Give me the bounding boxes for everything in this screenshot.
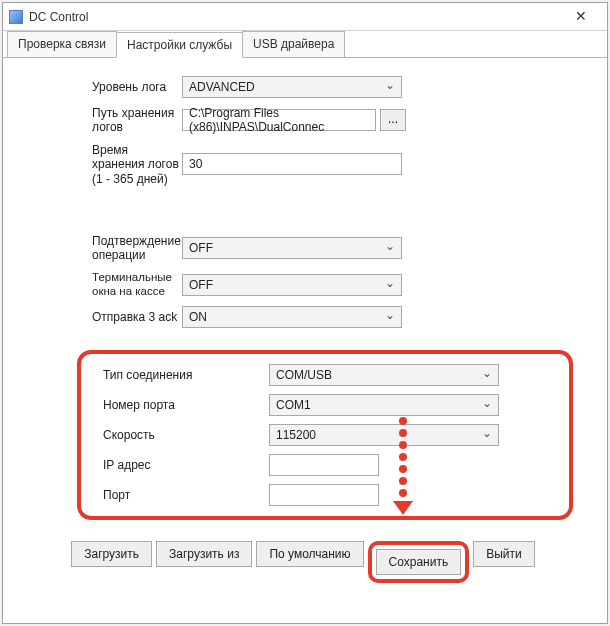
highlight-box: Тип соединения COM/USB Номер порта COM1 … — [77, 350, 573, 520]
term-windows-label: Терминальные окна на кассе — [17, 271, 182, 299]
log-days-label: Время хранения логов (1 - 365 дней) — [17, 143, 182, 186]
conn-type-select[interactable]: COM/USB — [269, 364, 499, 386]
send-3ack-select[interactable]: ON — [182, 306, 402, 328]
tab-bar: Проверка связи Настройки службы USB драй… — [3, 31, 607, 57]
send-3ack-label: Отправка 3 ack — [17, 310, 182, 324]
window-title: DC Control — [29, 10, 561, 24]
speed-label: Скорость — [89, 428, 269, 442]
conn-type-label: Тип соединения — [89, 368, 269, 382]
port-input[interactable] — [269, 484, 379, 506]
exit-button[interactable]: Выйти — [473, 541, 535, 567]
port-label: Порт — [89, 488, 269, 502]
load-button[interactable]: Загрузить — [71, 541, 152, 567]
log-path-input[interactable]: C:\Program Files (x86)\INPAS\DualConnec — [182, 109, 376, 131]
port-num-select[interactable]: COM1 — [269, 394, 499, 416]
save-button[interactable]: Сохранить — [376, 549, 462, 575]
app-window: DC Control ✕ Проверка связи Настройки сл… — [2, 2, 608, 624]
ip-label: IP адрес — [89, 458, 269, 472]
tab-check[interactable]: Проверка связи — [7, 31, 117, 57]
save-highlight: Сохранить — [368, 541, 470, 583]
titlebar: DC Control ✕ — [3, 3, 607, 31]
settings-panel: Уровень лога ADVANCED Путь хранения лого… — [3, 57, 607, 534]
log-days-input[interactable]: 30 — [182, 153, 402, 175]
confirm-op-label: Подтверждение операции — [17, 234, 182, 263]
log-level-label: Уровень лога — [17, 80, 182, 94]
annotation-arrow — [393, 413, 413, 528]
term-windows-select[interactable]: OFF — [182, 274, 402, 296]
tab-usb[interactable]: USB драйвера — [242, 31, 345, 57]
ip-input[interactable] — [269, 454, 379, 476]
browse-button[interactable]: ... — [380, 109, 406, 131]
app-icon — [9, 10, 23, 24]
speed-select[interactable]: 115200 — [269, 424, 499, 446]
log-path-label: Путь хранения логов — [17, 106, 182, 135]
close-button[interactable]: ✕ — [561, 5, 601, 29]
log-level-select[interactable]: ADVANCED — [182, 76, 402, 98]
arrow-head-icon — [393, 501, 413, 515]
load-from-button[interactable]: Загрузить из — [156, 541, 252, 567]
confirm-op-select[interactable]: OFF — [182, 237, 402, 259]
tab-settings[interactable]: Настройки службы — [116, 32, 243, 58]
defaults-button[interactable]: По умолчанию — [256, 541, 363, 567]
button-bar: Загрузить Загрузить из По умолчанию Сохр… — [3, 541, 607, 583]
port-num-label: Номер порта — [89, 398, 269, 412]
